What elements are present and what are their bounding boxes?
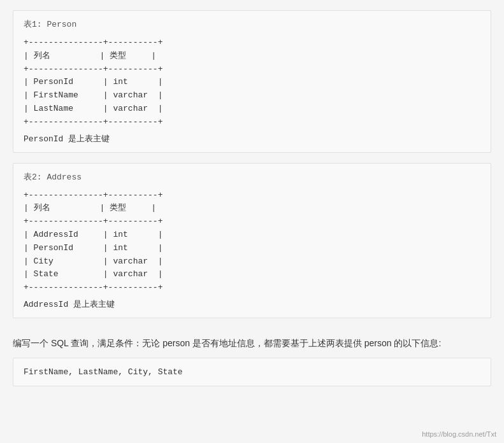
table2-title: 表2: Address bbox=[24, 171, 480, 183]
table2-ascii: +---------------+----------+ | 列名 | 类型 |… bbox=[24, 189, 480, 295]
footer-link: https://blog.csdn.net/Txt bbox=[422, 430, 496, 438]
table2-note: AddressId 是上表主键 bbox=[24, 299, 480, 310]
query-description: 编写一个 SQL 查询，满足条件：无论 person 是否有地址信息，都需要基于… bbox=[13, 336, 491, 350]
table2-section: 表2: Address +---------------+----------+… bbox=[13, 163, 491, 318]
query-section: 编写一个 SQL 查询，满足条件：无论 person 是否有地址信息，都需要基于… bbox=[13, 328, 491, 386]
table1-section: 表1: Person +---------------+----------+ … bbox=[13, 10, 491, 153]
query-result-text: FirstName, LastName, City, State bbox=[24, 367, 183, 377]
table1-ascii: +---------------+----------+ | 列名 | 类型 |… bbox=[24, 36, 480, 129]
query-result-box: FirstName, LastName, City, State bbox=[13, 358, 491, 386]
table1-note: PersonId 是上表主键 bbox=[24, 133, 480, 144]
page-container: 表1: Person +---------------+----------+ … bbox=[0, 0, 504, 397]
table1-title: 表1: Person bbox=[24, 18, 480, 30]
